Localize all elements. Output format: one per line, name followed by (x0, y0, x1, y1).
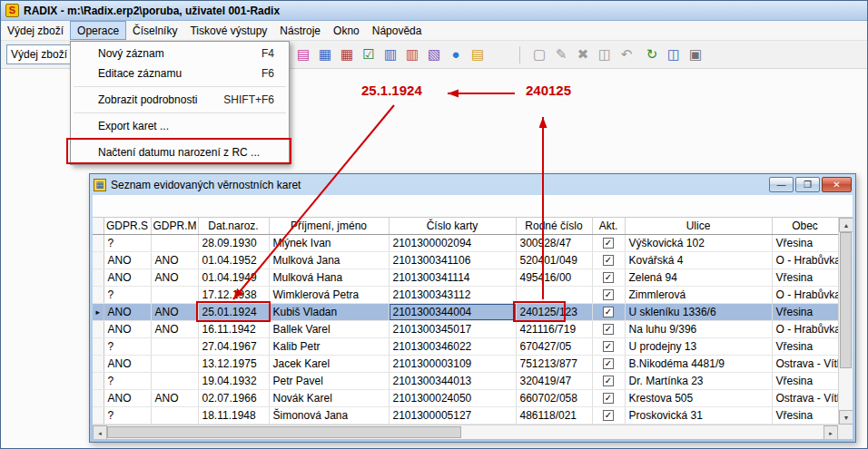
cell-rodne_cislo[interactable]: 670427/05 (516, 337, 592, 355)
cell-ulice[interactable]: U skleníku 1336/6 (625, 303, 772, 320)
cell-obec[interactable]: Vřesina (772, 337, 838, 355)
cell-obec[interactable]: O - Hrabůvka (772, 251, 838, 268)
operace-menu-item-0[interactable]: Nový záznamF4 (73, 44, 287, 63)
cell-gdpr_s[interactable]: ANO (104, 251, 151, 268)
cell-ulice[interactable]: Krestova 505 (625, 389, 772, 406)
close-button[interactable]: ✕ (822, 177, 852, 192)
cell-akt[interactable]: ✓ (592, 234, 625, 251)
cell-gdpr_m[interactable] (151, 234, 198, 251)
column-header-gdpr_s[interactable]: GDPR.S (104, 218, 151, 234)
cell-prijmeni_jmeno[interactable]: Mlýnek Ivan (269, 234, 389, 251)
operace-menu-item-5[interactable]: Export karet ... (73, 116, 287, 136)
cell-cislo_karty[interactable]: 2101300343112 (389, 286, 516, 303)
cell-akt[interactable]: ✓ (592, 286, 625, 303)
cell-gdpr_s[interactable]: ? (104, 286, 151, 303)
cell-rodne_cislo[interactable]: 421116/719 (516, 320, 592, 337)
menubar-item-6[interactable]: Nápověda (366, 21, 429, 40)
column-header-gdpr_m[interactable]: GDPR.M (151, 218, 198, 234)
column-header-cislo_karty[interactable]: Číslo karty (389, 218, 516, 234)
table-row[interactable]: ANO13.12.1975Jacek Karel2101300003109751… (93, 355, 838, 372)
loyalty-cards-icon[interactable]: ▤ (293, 44, 313, 64)
scroll-right-icon[interactable]: ▸ (824, 425, 838, 439)
table-row[interactable]: ▸ANOANO25.01.1924Kubiš Vladan21013003440… (93, 303, 838, 320)
cell-cislo_karty[interactable]: 2101300003109 (389, 355, 516, 372)
cell-prijmeni_jmeno[interactable]: Mulková Jana (269, 251, 389, 268)
cell-gdpr_m[interactable]: ANO (151, 268, 198, 286)
undo-icon[interactable]: ↶ (616, 44, 636, 64)
cell-gdpr_m[interactable]: ANO (151, 303, 198, 320)
cell-dat_naroz[interactable]: 01.04.1949 (198, 268, 269, 286)
cell-gdpr_s[interactable]: ? (104, 406, 151, 424)
table-row[interactable]: ?27.04.1967Kalib Petr2101300346022670427… (93, 337, 838, 355)
cell-ulice[interactable]: U prodejny 13 (625, 337, 772, 355)
cell-obec[interactable]: Vřesina (772, 372, 838, 389)
column-header-rodne_cislo[interactable]: Rodné číslo (516, 218, 592, 234)
cell-gdpr_s[interactable]: ANO (104, 268, 151, 286)
cell-akt[interactable]: ✓ (592, 268, 625, 286)
cell-dat_naroz[interactable]: 17.12.1938 (198, 286, 269, 303)
cell-rodne_cislo[interactable]: 520401/049 (516, 251, 592, 268)
globe-icon[interactable]: ● (446, 44, 466, 64)
cell-rodne_cislo[interactable] (516, 286, 592, 303)
cell-prijmeni_jmeno[interactable]: Kalib Petr (269, 337, 389, 355)
cell-dat_naroz[interactable]: 19.04.1932 (198, 372, 269, 389)
cell-cislo_karty[interactable]: 2101300005127 (389, 406, 516, 424)
cell-gdpr_m[interactable] (151, 286, 198, 303)
table-row[interactable]: ?28.09.1930Mlýnek Ivan210130000209430092… (93, 234, 838, 251)
title-bar[interactable]: S RADIX - m:\Radix.erp2\poruba, uživatel… (1, 1, 867, 21)
akt-checkbox[interactable]: ✓ (603, 289, 614, 300)
cell-gdpr_s[interactable]: ANO (104, 303, 151, 320)
cell-gdpr_m[interactable] (151, 355, 198, 372)
cell-dat_naroz[interactable]: 13.12.1975 (198, 355, 269, 372)
column-header-dat_naroz[interactable]: Dat.naroz. (198, 218, 269, 234)
cell-akt[interactable]: ✓ (592, 372, 625, 389)
cell-obec[interactable]: Vřesina (772, 406, 838, 424)
table-row[interactable]: ?19.04.1932Petr Pavel2101300344013320419… (93, 372, 838, 389)
menubar-item-2[interactable]: Číselníky (126, 21, 183, 40)
vertical-scroll-thumb[interactable] (840, 232, 852, 368)
cell-akt[interactable]: ✓ (592, 337, 625, 355)
cell-obec[interactable]: Ostrava - Vítkovice (772, 355, 838, 372)
cell-cislo_karty[interactable]: 2101300344013 (389, 372, 516, 389)
menubar-item-0[interactable]: Výdej zboží (1, 21, 70, 40)
cell-cislo_karty[interactable]: 2101300341114 (389, 268, 516, 286)
operace-menu-item-3[interactable]: Zobrazit podrobnostiSHIFT+F6 (73, 90, 287, 110)
cell-ulice[interactable]: Zelená 94 (625, 268, 772, 286)
akt-checkbox[interactable]: ✓ (603, 307, 614, 317)
cell-akt[interactable]: ✓ (592, 320, 625, 337)
column-header-obec[interactable]: Obec (772, 218, 838, 234)
form-export-icon[interactable]: ▥ (402, 44, 422, 64)
grid-check-icon[interactable]: ☑ (359, 44, 379, 64)
cell-rodne_cislo[interactable]: 495416/00 (516, 268, 592, 286)
cell-akt[interactable]: ✓ (592, 389, 625, 406)
edit-record-icon[interactable]: ✎ (551, 44, 571, 64)
cell-gdpr_s[interactable]: ? (104, 337, 151, 355)
cell-gdpr_s[interactable]: ANO (104, 320, 151, 337)
cell-ulice[interactable]: B.Nikodéma 4481/9 (625, 355, 772, 372)
vertical-scrollbar[interactable]: ▲ ▼ (838, 218, 853, 425)
cell-obec[interactable]: Ostrava - Vítkovice (772, 389, 838, 406)
table-row[interactable]: ANOANO16.11.1942Ballek Varel210130034501… (93, 320, 838, 337)
cell-gdpr_m[interactable] (151, 372, 198, 389)
scroll-up-icon[interactable]: ▲ (839, 218, 853, 232)
cell-akt[interactable]: ✓ (592, 355, 625, 372)
horizontal-scrollbar[interactable]: ◂ ▸ (93, 425, 838, 439)
horizontal-scroll-thumb[interactable] (107, 426, 461, 438)
cell-gdpr_m[interactable]: ANO (151, 320, 198, 337)
cell-gdpr_m[interactable]: ANO (151, 251, 198, 268)
cell-cislo_karty[interactable]: 2101300024050 (389, 389, 516, 406)
operace-menu-item-1[interactable]: Editace záznamuF6 (73, 63, 287, 83)
cell-ulice[interactable]: Na luhu 9/396 (625, 320, 772, 337)
cell-gdpr_s[interactable]: ANO (104, 389, 151, 406)
akt-checkbox[interactable]: ✓ (603, 341, 614, 352)
cell-obec[interactable]: Vřesina (772, 268, 838, 286)
column-header-akt[interactable]: Akt. (592, 218, 625, 234)
cell-akt[interactable]: ✓ (592, 303, 625, 320)
table-row[interactable]: ANOANO02.07.1966Novák Karel2101300024050… (93, 389, 838, 406)
cell-dat_naroz[interactable]: 28.09.1930 (198, 234, 269, 251)
table-row[interactable]: ?18.11.1948Šimonová Jana2101300005127486… (93, 406, 838, 424)
notes-icon[interactable]: ▤ (468, 44, 488, 64)
cell-gdpr_m[interactable] (151, 337, 198, 355)
table-row[interactable]: ?17.12.1938Wimklerová Petra2101300343112… (93, 286, 838, 303)
akt-checkbox[interactable]: ✓ (603, 255, 614, 266)
